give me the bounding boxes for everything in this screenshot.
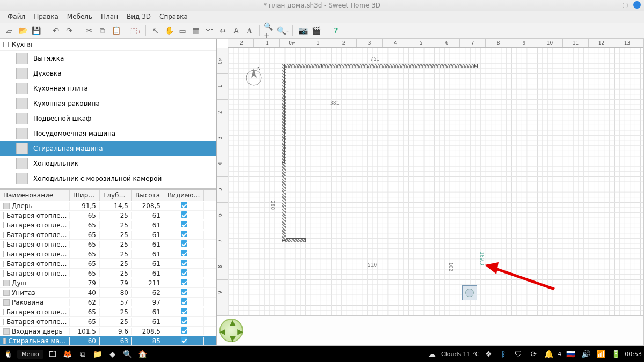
visibility-checkbox[interactable] <box>181 269 187 276</box>
shield-icon[interactable]: 🛡 <box>513 348 524 360</box>
cut-icon[interactable]: ✂ <box>83 25 95 36</box>
visibility-checkbox[interactable] <box>181 240 187 247</box>
col-height[interactable]: Высота <box>132 190 164 201</box>
polyline-tool-icon[interactable]: 〰 <box>203 25 215 36</box>
furniture-row[interactable]: Батарея отопле…652561 <box>0 259 216 269</box>
volume-icon[interactable]: 🔊 <box>580 348 591 360</box>
wifi-icon[interactable]: 📶 <box>595 348 606 360</box>
add-furniture-icon[interactable]: ⬚₊ <box>130 25 142 36</box>
visibility-checkbox[interactable] <box>181 221 187 227</box>
visibility-checkbox[interactable] <box>181 260 187 266</box>
visibility-checkbox[interactable] <box>181 317 187 324</box>
visibility-checkbox[interactable] <box>181 337 187 343</box>
menu-furniture[interactable]: Мебель <box>63 12 97 21</box>
view-3d-panel[interactable]: ▲ ▼ ◀ ▶ <box>217 315 644 345</box>
visibility-checkbox[interactable] <box>181 289 187 295</box>
3d-nav-control[interactable]: ▲ ▼ ◀ ▶ <box>219 319 243 342</box>
visibility-checkbox[interactable] <box>181 308 187 314</box>
visibility-checkbox[interactable] <box>181 279 187 285</box>
furniture-row[interactable]: Душ7979211 <box>0 278 216 288</box>
copy-icon[interactable]: ⧉ <box>97 25 108 36</box>
menu-help[interactable]: Справка <box>155 12 192 21</box>
furniture-row[interactable]: Батарея отопле…652561 <box>0 317 216 327</box>
visibility-checkbox[interactable] <box>181 250 187 256</box>
furniture-row[interactable]: Батарея отопле…652561 <box>0 211 216 220</box>
notification-icon[interactable]: 🔔 <box>543 348 554 360</box>
catalog-item[interactable]: Духовка <box>0 66 216 81</box>
help-icon[interactable]: ? <box>330 25 342 36</box>
furniture-row[interactable]: Входная дверь101,59,6208,5 <box>0 327 216 336</box>
visibility-checkbox[interactable] <box>181 211 187 218</box>
room-tool-icon[interactable]: ▦ <box>190 25 202 36</box>
col-visible[interactable]: Видимость <box>164 190 204 201</box>
paste-icon[interactable]: 📋 <box>110 25 122 36</box>
start-icon[interactable]: 🐧 <box>2 348 14 360</box>
visibility-checkbox[interactable] <box>181 202 187 208</box>
furniture-row[interactable]: Батарея отопле…652561 <box>0 220 216 230</box>
col-depth[interactable]: Глубина <box>100 190 132 201</box>
catalog-item[interactable]: Холодильник <box>0 156 216 171</box>
tray-icon[interactable]: ❖ <box>482 348 494 360</box>
pan-tool-icon[interactable]: ✋ <box>163 25 175 36</box>
redo-icon[interactable]: ↷ <box>63 25 75 36</box>
select-tool-icon[interactable]: ↖ <box>150 25 162 36</box>
undo-icon[interactable]: ↶ <box>50 25 62 36</box>
catalog-item[interactable]: Подвесной шкаф <box>0 111 216 126</box>
task-files-icon[interactable]: 📁 <box>92 348 104 360</box>
menu-file[interactable]: Файл <box>3 12 30 21</box>
furniture-row[interactable]: Батарея отопле…652561 <box>0 240 216 249</box>
battery-icon[interactable]: 🔋 <box>610 348 621 360</box>
weather-icon[interactable]: ☁ <box>426 348 438 360</box>
clock[interactable]: 00:53 <box>625 351 642 358</box>
task-terminal-icon[interactable]: ⧉ <box>77 348 89 360</box>
window-minimize-button[interactable]: — <box>610 1 617 9</box>
start-menu-button[interactable]: Меню <box>17 350 43 359</box>
update-icon[interactable]: ⟳ <box>528 348 539 360</box>
photo-icon[interactable]: 📷 <box>297 25 309 36</box>
furniture-row[interactable]: Батарея отопле…652561 <box>0 307 216 317</box>
task-search-icon[interactable]: 🔍 <box>122 348 134 360</box>
catalog-category-header[interactable]: − Кухня <box>0 39 216 51</box>
catalog-item[interactable]: Стиральная машина <box>0 141 216 156</box>
col-width[interactable]: Ширина <box>70 190 100 201</box>
furniture-row[interactable]: Унитаз408062 <box>0 288 216 298</box>
menu-plan[interactable]: План <box>97 12 122 21</box>
window-close-button[interactable] <box>633 1 641 9</box>
window-maximize-button[interactable]: ▢ <box>621 1 629 9</box>
save-icon[interactable]: 💾 <box>30 25 42 36</box>
furniture-row[interactable]: Стиральная ма…606385 <box>0 336 216 345</box>
zoom-in-icon[interactable]: 🔍+ <box>264 25 275 36</box>
show-desktop-icon[interactable]: 🗔 <box>47 348 58 360</box>
washer-placement[interactable] <box>462 285 477 300</box>
collapse-icon[interactable]: − <box>3 42 9 47</box>
task-firefox-icon[interactable]: 🦊 <box>62 348 74 360</box>
text-tool-icon[interactable]: A <box>230 25 242 36</box>
video-icon[interactable]: 🎬 <box>310 25 322 36</box>
catalog-item[interactable]: Холодильник с морозильной камерой <box>0 171 216 186</box>
keyboard-layout-icon[interactable]: 🇷🇺 <box>565 348 576 360</box>
zoom-out-icon[interactable]: 🔍- <box>277 25 289 36</box>
catalog-item[interactable]: Посудомоечная машина <box>0 126 216 141</box>
furniture-row[interactable]: Батарея отопле…652561 <box>0 249 216 259</box>
menu-view3d[interactable]: Вид 3D <box>122 12 155 21</box>
bluetooth-icon[interactable]: ᛒ <box>497 348 509 360</box>
visibility-checkbox[interactable] <box>181 327 187 334</box>
text-tool2-icon[interactable]: 𝐀 <box>244 25 255 36</box>
task-sweethome-icon[interactable]: 🏠 <box>137 348 149 360</box>
furniture-row[interactable]: Батарея отопле…652561 <box>0 230 216 240</box>
wall-tool-icon[interactable]: ▭ <box>177 25 188 36</box>
dimension-tool-icon[interactable]: ↔ <box>217 25 229 36</box>
catalog-item[interactable]: Кухонная раковина <box>0 96 216 111</box>
open-icon[interactable]: 📂 <box>17 25 28 36</box>
furniture-row[interactable]: Дверь91,514,5208,5 <box>0 201 216 211</box>
furniture-row[interactable]: Батарея отопле…652561 <box>0 269 216 278</box>
furniture-row[interactable]: Раковина625797 <box>0 298 216 307</box>
task-app1-icon[interactable]: ◆ <box>107 348 119 360</box>
catalog-item[interactable]: Кухонная плита <box>0 81 216 96</box>
catalog-item[interactable]: Вытяжка <box>0 51 216 66</box>
new-icon[interactable]: ▱ <box>3 25 15 36</box>
visibility-checkbox[interactable] <box>181 231 187 237</box>
visibility-checkbox[interactable] <box>181 298 187 305</box>
plan-canvas[interactable]: N <box>228 48 643 315</box>
plan-view[interactable]: -2-10м12345678910111213 0м123456789 N <box>217 39 644 315</box>
